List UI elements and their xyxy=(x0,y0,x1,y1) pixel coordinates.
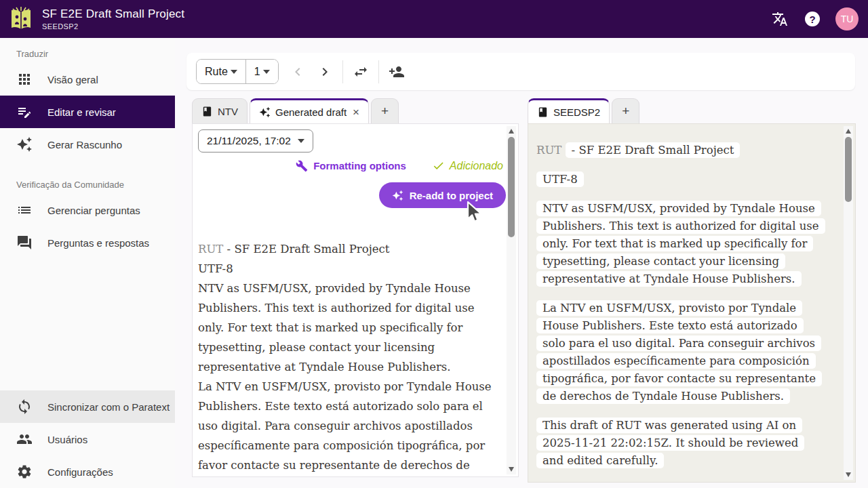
book-icon xyxy=(201,106,213,117)
remark-line: La NTV en USFM/USX, provisto por Tyndale… xyxy=(198,377,502,477)
encoding-line: UTF-8 xyxy=(536,171,821,188)
app-logo-icon[interactable] xyxy=(9,6,33,32)
sidebar-item-label: Configurações xyxy=(47,466,113,478)
project-panel: SEEDSP2 + RUT - SF E2E Draft Small Proje… xyxy=(528,98,856,483)
sparkle-icon xyxy=(16,136,33,152)
sync-icon xyxy=(16,399,33,415)
add-collaborator-icon[interactable] xyxy=(383,58,410,85)
sidebar-item-settings[interactable]: Configurações xyxy=(0,455,175,488)
book-icon xyxy=(537,106,549,118)
sidebar-nav: Traduzir Visão geral Editar e revisar Ge… xyxy=(0,38,175,488)
sidebar-item-users[interactable]: Usuários xyxy=(0,423,175,455)
user-avatar[interactable]: TU xyxy=(835,7,859,30)
sidebar-item-edit-review[interactable]: Editar e revisar xyxy=(0,96,175,128)
book-code: RUT xyxy=(536,144,561,157)
edit-note-icon xyxy=(16,104,33,120)
add-tab-button[interactable]: + xyxy=(612,98,639,123)
remark-line: NTV as USFM/USX, provided by Tyndale Hou… xyxy=(198,279,502,377)
readd-to-project-button[interactable]: Re-add to project xyxy=(379,182,506,208)
draft-editor-body[interactable]: 21/11/2025, 17:02 Formatting options Adi… xyxy=(192,123,519,477)
language-translate-icon[interactable] xyxy=(766,5,793,33)
sidebar-item-label: Perguntas e respostas xyxy=(47,237,149,249)
chevron-down-icon xyxy=(298,139,304,143)
book-chapter-group: Rute 1 xyxy=(196,59,279,84)
scroll-down-icon[interactable] xyxy=(509,467,514,472)
check-icon xyxy=(432,159,445,172)
scroll-up-icon[interactable] xyxy=(846,128,851,134)
people-icon xyxy=(16,431,33,447)
sidebar-item-manage-questions[interactable]: Gerenciar perguntas xyxy=(0,194,175,226)
gear-icon xyxy=(16,464,33,480)
nav-section-translate: Traduzir xyxy=(0,38,175,63)
chapter-select[interactable]: 1 xyxy=(245,60,278,83)
project-shortname: SEEDSP2 xyxy=(42,22,184,30)
tab-project-seedsp2[interactable]: SEEDSP2 xyxy=(528,98,610,123)
chevron-down-icon xyxy=(263,70,270,74)
sidebar-item-overview[interactable]: Visão geral xyxy=(0,63,175,96)
id-line: RUT - SF E2E Draft Small Project xyxy=(536,142,821,159)
scrollbar-thumb[interactable] xyxy=(508,137,515,237)
sparkle-icon xyxy=(259,106,271,118)
nav-section-community: Verificação da Comunidade xyxy=(0,161,175,194)
tab-source-ntv[interactable]: NTV xyxy=(192,98,248,123)
remark-line: NTV as USFM/USX, provided by Tyndale Hou… xyxy=(536,200,821,288)
app-header: SF E2E Draft Small Project SEEDSP2 ? TU xyxy=(0,0,868,38)
project-scripture-text[interactable]: RUT - SF E2E Draft Small Project UTF-8 N… xyxy=(536,142,821,483)
sidebar-item-label: Gerar Rascunho xyxy=(47,139,122,150)
status-badge-added: Adicionado xyxy=(432,159,503,172)
next-chapter-button[interactable] xyxy=(311,58,338,85)
swap-panes-icon[interactable] xyxy=(347,58,374,85)
encoding-line: UTF-8 xyxy=(198,259,502,279)
formatting-options-link[interactable]: Formatting options xyxy=(296,160,406,172)
list-icon xyxy=(16,202,33,218)
chapter-toolbar: Rute 1 xyxy=(186,53,855,90)
sidebar-item-label: Usuários xyxy=(47,434,87,445)
sparkle-icon xyxy=(392,190,403,201)
project-scrollbar[interactable] xyxy=(844,126,853,480)
project-panel-tabbar: SEEDSP2 + xyxy=(528,98,856,123)
scroll-up-icon[interactable] xyxy=(509,128,514,134)
remark-line: La NTV en USFM/USX, provisto por Tyndale… xyxy=(536,300,821,405)
sidebar-item-generate-draft[interactable]: Gerar Rascunho xyxy=(0,128,175,161)
wrench-icon xyxy=(296,160,308,172)
draft-scrollbar[interactable] xyxy=(507,126,516,474)
sidebar-item-label: Gerenciar perguntas xyxy=(47,205,140,216)
help-icon[interactable]: ? xyxy=(799,5,826,33)
draft-panel-tabbar: NTV Generated draft × + xyxy=(192,98,519,123)
sidebar-item-sync-paratext[interactable]: Sincronizar com o Paratext xyxy=(0,390,175,423)
prev-chapter-button[interactable] xyxy=(284,58,311,85)
draft-panel: NTV Generated draft × + 21/11/2025, 17:0… xyxy=(192,98,519,477)
add-tab-button[interactable]: + xyxy=(371,98,399,123)
forum-icon xyxy=(16,235,33,251)
sidebar-item-label: Editar e revisar xyxy=(47,106,116,118)
page-title: SF E2E Draft Small Project xyxy=(42,7,184,21)
apps-grid-icon xyxy=(16,71,33,87)
close-icon[interactable]: × xyxy=(353,106,359,118)
tab-generated-draft[interactable]: Generated draft × xyxy=(250,98,369,123)
sidebar-item-label: Visão geral xyxy=(47,74,98,85)
project-editor-body[interactable]: RUT - SF E2E Draft Small Project UTF-8 N… xyxy=(528,123,856,483)
chevron-down-icon xyxy=(231,70,237,74)
draft-scripture-text[interactable]: RUT - SF E2E Draft Small Project UTF-8 N… xyxy=(198,239,502,477)
scroll-down-icon[interactable] xyxy=(846,472,851,478)
draft-date-select[interactable]: 21/11/2025, 17:02 xyxy=(198,129,313,152)
sidebar-item-label: Sincronizar com o Paratext xyxy=(47,401,170,413)
sidebar-item-questions-answers[interactable]: Perguntas e respostas xyxy=(0,226,175,259)
book-select[interactable]: Rute xyxy=(197,60,245,83)
remark-line: This draft of RUT was generated using AI… xyxy=(536,417,821,470)
scrollbar-thumb[interactable] xyxy=(845,137,852,202)
book-code: RUT xyxy=(198,243,223,256)
main-content: Rute 1 xyxy=(175,38,868,488)
id-line: RUT - SF E2E Draft Small Project xyxy=(198,239,502,259)
remark-line: Paragraph breaks have positions preserve… xyxy=(536,481,821,483)
